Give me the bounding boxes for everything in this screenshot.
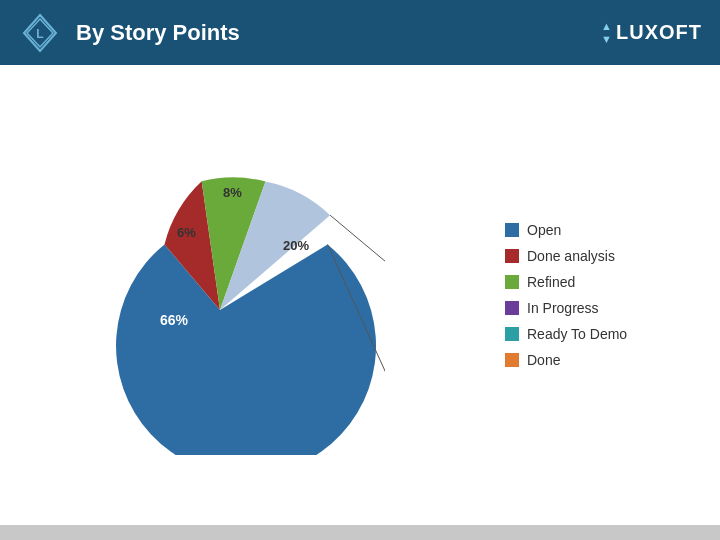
label-refined: 8% bbox=[223, 185, 242, 200]
page-title: By Story Points bbox=[76, 20, 240, 46]
legend-label-text: Open bbox=[527, 222, 561, 238]
legend-label-text: Done bbox=[527, 352, 560, 368]
luxoft-diamond-icon: L bbox=[18, 11, 62, 55]
legend-item: In Progress bbox=[505, 300, 655, 316]
legend-label-text: Done analysis bbox=[527, 248, 615, 264]
legend-label-text: Ready To Demo bbox=[527, 326, 627, 342]
legend-color-box bbox=[505, 327, 519, 341]
legend-color-box bbox=[505, 353, 519, 367]
legend-item: Done analysis bbox=[505, 248, 655, 264]
header-left: L By Story Points bbox=[18, 11, 240, 55]
logo-area: ▲ ▼ LUXOFT bbox=[601, 21, 702, 45]
legend: OpenDone analysisRefinedIn ProgressReady… bbox=[505, 222, 655, 368]
chevron-up-icon: ▲ bbox=[601, 21, 612, 32]
legend-color-box bbox=[505, 223, 519, 237]
label-lightblue: 20% bbox=[283, 238, 309, 253]
logo-text: LUXOFT bbox=[616, 21, 702, 44]
legend-item: Refined bbox=[505, 274, 655, 290]
legend-color-box bbox=[505, 301, 519, 315]
chevron-down-icon: ▼ bbox=[601, 34, 612, 45]
legend-color-box bbox=[505, 275, 519, 289]
logo-chevrons: ▲ ▼ bbox=[601, 21, 612, 45]
legend-item: Done bbox=[505, 352, 655, 368]
pie-chart-container: 66% 6% 8% 20% 2% 9% 9% bbox=[65, 135, 385, 455]
main-content: 66% 6% 8% 20% 2% 9% 9% OpenDone analysis… bbox=[0, 65, 720, 525]
footer-bar bbox=[0, 525, 720, 540]
legend-color-box bbox=[505, 249, 519, 263]
header: L By Story Points ▲ ▼ LUXOFT bbox=[0, 0, 720, 65]
pie-chart: 66% 6% 8% 20% 2% 9% 9% bbox=[65, 135, 385, 455]
legend-item: Ready To Demo bbox=[505, 326, 655, 342]
svg-text:L: L bbox=[36, 27, 43, 41]
label-open: 66% bbox=[160, 312, 189, 328]
legend-label-text: Refined bbox=[527, 274, 575, 290]
legend-label-text: In Progress bbox=[527, 300, 599, 316]
legend-item: Open bbox=[505, 222, 655, 238]
label-done-analysis: 6% bbox=[177, 225, 196, 240]
